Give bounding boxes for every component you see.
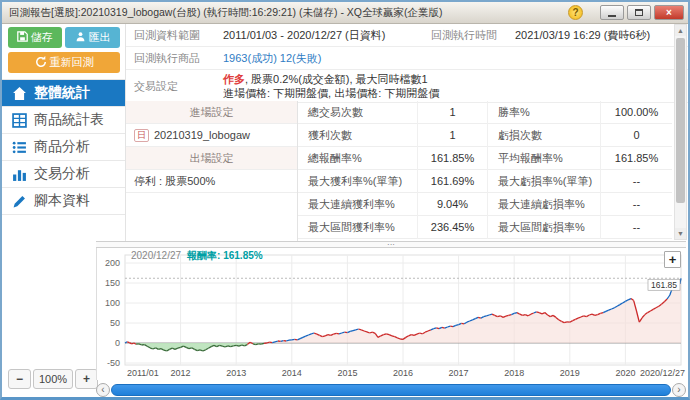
exit-settings-header: 出場設定 [126,147,297,170]
stats-zone: 進場設定 日20210319_lobogaw 出場設定 停利 : 股票500% … [126,101,672,241]
svg-text:50: 50 [110,318,120,328]
export-label: 匯出 [89,30,111,45]
rerun-label: 重新回測 [50,55,94,70]
stat-label: 最大區間虧損率% [488,216,601,239]
stat-label: 總交易次數 [298,101,418,124]
equity-chart-panel: 2020/12/27報酬率: 161.85% + 200150100500-50… [96,248,686,380]
svg-text:-50: -50 [107,358,120,368]
refresh-icon [35,56,47,70]
exec-time-value: 2021/03/19 16:29 (費時6秒) [515,28,672,43]
trade-rest: , 股票0.2%(成交金額), 最大同時檔數1 [245,73,428,85]
save-label: 儲存 [31,30,53,45]
stat-value: 0 [601,124,672,147]
trade-settings-value: 作多, 股票0.2%(成交金額), 最大同時檔數1 進場價格: 下期開盤價, 出… [223,70,672,102]
svg-text:161.85: 161.85 [651,280,677,290]
stat-label: 獲利次數 [298,124,418,147]
vertical-scroll-track[interactable] [675,36,686,228]
chart-header: 2020/12/27報酬率: 161.85% [131,249,263,263]
panel-splitter[interactable]: ··· [96,241,686,248]
symbols-label: 回測執行商品 [126,51,223,66]
save-button[interactable]: 儲存 [8,27,62,48]
svg-text:2020: 2020 [615,368,635,378]
trade-prices: 進場價格: 下期開盤價, 出場價格: 下期開盤價 [223,87,439,99]
stat-value: 161.69% [418,170,488,193]
info-row-trade-settings: 交易設定 作多, 股票0.2%(成交金額), 最大同時檔數1 進場價格: 下期開… [126,70,688,103]
svg-text:2014: 2014 [282,368,302,378]
nav-label: 整體統計 [34,84,90,102]
svg-text:200: 200 [105,258,120,268]
stat-value: 161.85% [418,147,488,170]
export-button[interactable]: 匯出 [65,27,120,48]
chart-zoom-in-button[interactable]: + [664,251,681,268]
svg-text:2020/12/27: 2020/12/27 [640,368,685,378]
nav-item-symbol-stats-table[interactable]: 商品統計表 [2,107,125,134]
horizontal-scrollbar: ‹ › [96,383,686,397]
entry-settings-header: 進場設定 [126,101,297,124]
stat-label: 平均報酬率% [488,147,601,170]
stat-value: 1 [418,101,488,124]
save-icon [17,31,28,44]
zoom-in-button[interactable]: + [75,369,98,389]
svg-text:2012: 2012 [171,368,191,378]
entry-exit-settings: 進場設定 日20210319_lobogaw 出場設定 停利 : 股票500% [126,101,298,241]
stat-value: -- [601,193,672,216]
nav-item-trade-analysis[interactable]: 交易分析 [2,161,125,188]
stat-label: 最大連續虧損率% [488,193,601,216]
summary-panel: 回測資料範圍 2011/01/03 - 2020/12/27 (日資料) 回測執… [125,24,688,241]
zoom-level[interactable]: 100% [33,369,73,389]
trade-settings-label: 交易設定 [126,79,223,94]
nav-label: 商品分析 [34,138,90,156]
stat-value: 1 [418,124,488,147]
stat-label: 虧損次數 [488,124,601,147]
entry-script-name: 20210319_lobogaw [154,129,250,141]
stat-label: 最大虧損率%(單筆) [488,170,601,193]
entry-script-row[interactable]: 日20210319_lobogaw [126,124,297,147]
stat-label: 最大連續獲利率% [298,193,418,216]
svg-text:2015: 2015 [337,368,357,378]
nav-label: 交易分析 [34,165,90,183]
stat-label: 勝率% [488,101,601,124]
info-row-symbols: 回測執行商品 1963(成功) 12(失敗) [126,47,688,70]
stats-row: 最大區間獲利率%236.45% 最大區間虧損率%-- [298,216,672,239]
help-button[interactable]: ? [568,5,583,20]
zoom-out-button[interactable]: − [8,369,31,389]
stat-label: 最大區間獲利率% [298,216,418,239]
stats-row: 總報酬率%161.85% 平均報酬率%161.85% [298,147,672,170]
nav-item-overall-stats[interactable]: 整體統計 [2,80,125,107]
svg-text:100: 100 [105,298,120,308]
pencil-icon [12,194,27,209]
horizontal-scroll-thumb[interactable] [111,384,671,396]
symbols-value[interactable]: 1963(成功) 12(失敗) [223,51,672,66]
stat-value: -- [601,216,672,239]
exec-time-label: 回測執行時間 [423,28,515,43]
scroll-left-icon[interactable]: ‹ [96,383,110,397]
zoom-controls: − 100% + [8,369,98,389]
svg-text:2013: 2013 [226,368,246,378]
nav-item-script-data[interactable]: 腳本資料 [2,188,125,215]
scroll-down-icon[interactable]: ▼ [675,228,686,239]
close-button[interactable]: × [654,5,684,20]
titlebar: 回測報告[選股]:20210319_lobogaw(台股) (執行時間:16:2… [2,2,688,24]
svg-text:2018: 2018 [504,368,524,378]
stat-value: 9.04% [418,193,488,216]
rerun-backtest-button[interactable]: 重新回測 [8,52,120,73]
stats-row: 最大獲利率%(單筆)161.69% 最大虧損率%(單筆)-- [298,170,672,193]
trade-side: 作多 [223,73,245,85]
chart-return-label: 報酬率: [187,250,220,261]
maximize-icon [635,9,643,16]
stat-value: 100.00% [601,101,672,124]
maximize-button[interactable] [627,5,651,20]
scroll-right-icon[interactable]: › [672,383,686,397]
range-value: 2011/01/03 - 2020/12/27 (日資料) [223,28,423,43]
vertical-scrollbar[interactable]: ▲ ▼ [674,24,687,240]
vertical-scroll-thumb[interactable] [676,38,685,203]
stats-row: 總交易次數1 勝率%100.00% [298,101,672,124]
svg-text:150: 150 [105,278,120,288]
chart-date: 2020/12/27 [131,250,181,261]
minimize-button[interactable] [600,5,624,20]
svg-text:2011/01: 2011/01 [127,368,159,378]
stat-label: 最大獲利率%(單筆) [298,170,418,193]
nav-item-symbol-analysis[interactable]: 商品分析 [2,134,125,161]
scroll-up-icon[interactable]: ▲ [675,25,686,36]
stat-label: 總報酬率% [298,147,418,170]
